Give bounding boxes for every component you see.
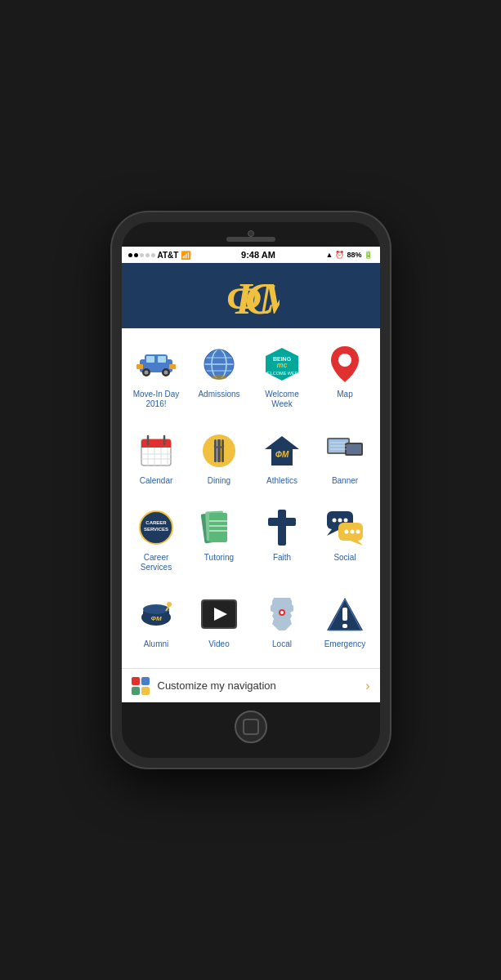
app-content: Move-In Day 2016! bbox=[122, 328, 380, 702]
grid-item-athletics[interactable]: ΦM Athletics bbox=[251, 421, 314, 498]
local-icon bbox=[261, 593, 303, 635]
grid-label-emergency: Emergency bbox=[324, 639, 366, 649]
map-pin-icon bbox=[324, 343, 366, 385]
main-grid: Move-In Day 2016! bbox=[122, 328, 380, 668]
home-button[interactable] bbox=[235, 710, 267, 743]
grid-item-local[interactable]: Local bbox=[251, 585, 314, 662]
signal-dot-5 bbox=[151, 253, 155, 257]
svg-marker-61 bbox=[327, 529, 340, 536]
bottom-navigation-bar[interactable]: Customize my navigation › bbox=[122, 668, 380, 702]
status-bar: AT&T 📶 9:48 AM ▲ ⏰ 88% 🔋 bbox=[122, 247, 380, 263]
car-icon bbox=[135, 343, 177, 385]
grid-item-dining[interactable]: Dining bbox=[188, 421, 251, 498]
career-icon: CAREER SERVICES bbox=[135, 506, 177, 549]
grid-item-career-services[interactable]: CAREER SERVICES Career Services bbox=[125, 498, 188, 585]
grid-item-video[interactable]: Video bbox=[188, 585, 251, 662]
signal-dot-2 bbox=[134, 253, 138, 257]
grid-label-athletics: Athletics bbox=[266, 476, 297, 486]
svg-text:mc: mc bbox=[276, 361, 287, 369]
svg-rect-84 bbox=[342, 624, 347, 628]
cross-icon bbox=[261, 506, 303, 549]
globe-icon bbox=[198, 343, 240, 385]
phone-device: AT&T 📶 9:48 AM ▲ ⏰ 88% 🔋 ΦM C bbox=[112, 212, 390, 768]
svg-text:ΦM: ΦM bbox=[275, 450, 289, 459]
svg-rect-5 bbox=[158, 356, 166, 363]
svg-marker-66 bbox=[350, 541, 363, 546]
phone-body: AT&T 📶 9:48 AM ▲ ⏰ 88% 🔋 ΦM C bbox=[122, 222, 380, 758]
grid-item-faith[interactable]: Faith bbox=[251, 498, 314, 585]
grid-label-tutoring: Tutoring bbox=[204, 553, 234, 563]
grid-label-local: Local bbox=[272, 639, 292, 649]
svg-rect-36 bbox=[214, 439, 217, 462]
mc-logo: ΦM C bbox=[222, 271, 280, 320]
svg-point-7 bbox=[145, 371, 149, 375]
screen: AT&T 📶 9:48 AM ▲ ⏰ 88% 🔋 ΦM C bbox=[122, 247, 380, 702]
dining-icon bbox=[198, 430, 240, 472]
svg-point-68 bbox=[351, 530, 355, 534]
grid-item-social[interactable]: Social bbox=[314, 498, 377, 585]
grid-item-banner[interactable]: Banner bbox=[314, 421, 377, 498]
hat-icon: ΦM bbox=[135, 593, 177, 635]
svg-rect-11 bbox=[169, 364, 176, 369]
signal-bars bbox=[128, 253, 155, 257]
svg-rect-58 bbox=[278, 510, 286, 546]
grid-item-welcome-week[interactable]: BEING mc WELCOME WEEK Welcome Week bbox=[251, 335, 314, 421]
svg-text:CAREER: CAREER bbox=[145, 520, 167, 525]
svg-rect-38 bbox=[217, 439, 221, 462]
svg-point-80 bbox=[280, 611, 284, 614]
svg-text:ΦM: ΦM bbox=[150, 615, 162, 622]
icon-quad-3 bbox=[132, 687, 140, 695]
customize-nav-label: Customize my navigation bbox=[158, 679, 358, 692]
status-right: ▲ ⏰ 88% 🔋 bbox=[326, 251, 374, 259]
welcome-icon: BEING mc WELCOME WEEK bbox=[261, 343, 303, 385]
grid-item-emergency[interactable]: Emergency bbox=[314, 585, 377, 662]
time-display: 9:48 AM bbox=[241, 250, 275, 260]
alarm-icon: ⏰ bbox=[335, 251, 344, 259]
grid-item-move-in-day[interactable]: Move-In Day 2016! bbox=[125, 335, 188, 421]
home-button-inner bbox=[243, 719, 259, 735]
svg-point-72 bbox=[143, 604, 169, 614]
grid-item-map[interactable]: Map bbox=[314, 335, 377, 421]
speaker bbox=[226, 237, 275, 242]
svg-rect-26 bbox=[141, 444, 171, 448]
svg-rect-4 bbox=[146, 356, 154, 363]
svg-rect-59 bbox=[268, 518, 296, 526]
grid-label-calendar: Calendar bbox=[140, 476, 173, 486]
svg-text:C: C bbox=[245, 274, 275, 320]
svg-point-23 bbox=[338, 354, 351, 367]
svg-point-64 bbox=[344, 519, 348, 523]
grid-label-social: Social bbox=[333, 553, 356, 563]
video-icon bbox=[198, 593, 240, 635]
svg-rect-83 bbox=[342, 608, 347, 621]
mc-logo-svg: ΦM C bbox=[222, 271, 280, 320]
grid-item-alumni[interactable]: ΦM Alumni bbox=[125, 585, 188, 662]
battery-label: 88% bbox=[347, 251, 361, 259]
svg-rect-37 bbox=[221, 439, 224, 462]
location-icon: ▲ bbox=[326, 251, 333, 259]
grid-item-admissions[interactable]: Admissions bbox=[188, 335, 251, 421]
banner-icon bbox=[324, 430, 366, 472]
camera bbox=[248, 230, 254, 237]
signal-dot-3 bbox=[140, 253, 144, 257]
svg-point-9 bbox=[164, 371, 168, 375]
icon-quad-1 bbox=[132, 677, 140, 685]
grid-label-banner: Banner bbox=[332, 476, 358, 486]
grid-label-dining: Dining bbox=[208, 476, 230, 486]
svg-point-63 bbox=[338, 519, 342, 523]
chevron-right-icon[interactable]: › bbox=[365, 679, 369, 693]
wifi-icon: 📶 bbox=[181, 251, 190, 260]
grid-label-alumni: Alumni bbox=[144, 639, 169, 649]
grid-label-career-services: Career Services bbox=[128, 553, 185, 572]
chat-icon bbox=[324, 506, 366, 549]
svg-rect-54 bbox=[209, 513, 227, 542]
grid-label-faith: Faith bbox=[273, 553, 291, 563]
grid-item-tutoring[interactable]: Tutoring bbox=[188, 498, 251, 585]
warning-icon bbox=[324, 593, 366, 635]
status-left: AT&T 📶 bbox=[128, 251, 191, 260]
grid-label-map: Map bbox=[337, 390, 352, 399]
grid-item-calendar[interactable]: Calendar bbox=[125, 421, 188, 498]
svg-point-62 bbox=[333, 519, 337, 523]
svg-point-67 bbox=[345, 530, 349, 534]
svg-rect-10 bbox=[136, 364, 143, 369]
tutoring-icon bbox=[198, 506, 240, 549]
